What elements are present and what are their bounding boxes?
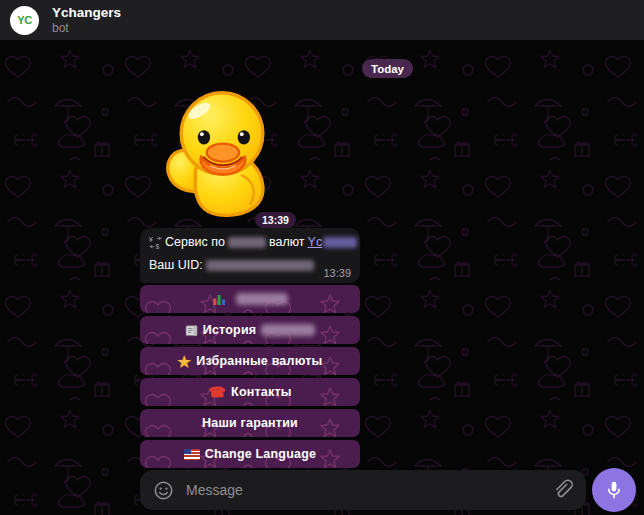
sticker-timestamp: 13:39 [255,212,296,228]
button-label: Change Language [205,447,316,461]
svg-text:$: $ [156,242,160,248]
button-label: Контакты [231,385,292,399]
keyboard-button-change-language[interactable]: Change Language [140,440,360,468]
keyboard-button-favorite-currencies[interactable]: ★ Избранные валюты [140,347,360,375]
keyboard-button-guarantees[interactable]: Наши гарантии [140,409,360,437]
paperclip-icon [551,479,573,501]
chat-title: Ychangers [52,5,121,21]
currency-exchange-icon: ¥ $ [149,236,162,249]
redacted-button-text [236,293,288,305]
composer [140,470,586,510]
uid-label: Ваш UID: [149,258,203,272]
message-bubble: ¥ $ Сервис по валют Yc Ваш UID: 13:39 [140,228,360,283]
avatar-initials: YC [17,14,31,26]
message-text-part2: валют [269,235,305,249]
smiley-icon [153,480,174,501]
keyboard-button-rates[interactable] [140,285,360,313]
keyboard-button-history[interactable]: История [140,316,360,344]
keyboard-button-contacts[interactable]: ☎ Контакты [140,378,360,406]
button-label: История [203,323,257,337]
microphone-icon [603,479,625,501]
header-bar[interactable]: YC Ychangers bot [0,0,644,40]
bar-chart-icon [212,292,226,306]
redacted-uid-value [206,260,314,271]
redacted-text [228,237,266,248]
mic-button[interactable] [592,468,636,512]
message-link[interactable]: Yc [308,235,323,249]
button-label: Наши гарантии [202,416,298,430]
chat-subtitle: bot [52,21,121,35]
phone-icon: ☎ [208,385,226,399]
button-label: Избранные валюты [196,354,322,368]
chat-window: YC Ychangers bot Today [0,0,644,515]
message-text-part1: Сервис по [165,235,225,249]
inline-keyboard: История ★ Избранные валюты ☎ Контакты На… [140,285,360,468]
star-icon: ★ [178,354,192,369]
message-timestamp: 13:39 [323,267,351,279]
attach-button[interactable] [551,479,573,501]
header-text: Ychangers bot [52,5,121,36]
message-input[interactable] [184,481,541,499]
bot-avatar[interactable]: YC [10,6,39,35]
redacted-button-text [261,324,315,336]
newspaper-icon [185,324,198,337]
svg-text:¥: ¥ [149,236,153,243]
message-line-2: Ваш UID: [149,258,352,272]
duck-sticker[interactable] [146,88,279,221]
duck-drawing [168,93,263,216]
us-flag-icon [184,449,200,460]
emoji-button[interactable] [153,480,174,501]
message-line-1: ¥ $ Сервис по валют Yc [149,235,352,249]
redacted-link-text [323,237,357,248]
date-badge[interactable]: Today [362,59,413,78]
